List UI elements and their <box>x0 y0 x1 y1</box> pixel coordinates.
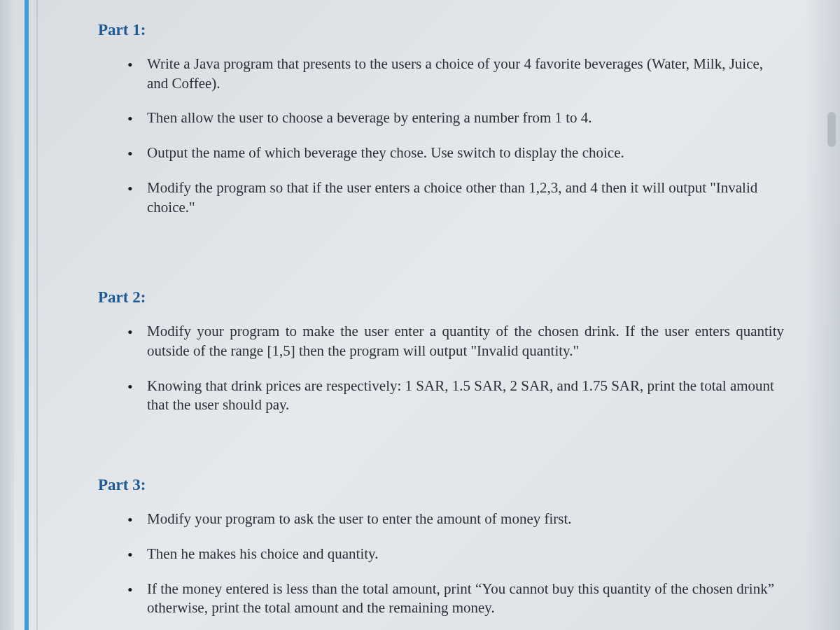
part2-heading: Part 2: <box>98 288 784 307</box>
document-content: Part 1: Write a Java program that presen… <box>98 14 784 616</box>
page-left-edge <box>0 0 14 630</box>
part3-list: Modify your program to ask the user to e… <box>98 510 784 618</box>
inner-border <box>36 0 38 630</box>
list-item: Modify your program to ask the user to e… <box>127 510 784 529</box>
part1-list: Write a Java program that presents to th… <box>98 55 784 217</box>
list-item: Output the name of which beverage they c… <box>127 144 784 163</box>
list-item: Then allow the user to choose a beverage… <box>127 108 784 128</box>
part1-heading: Part 1: <box>98 21 784 39</box>
selection-bar <box>24 0 29 630</box>
list-item: Modify your program to make the user ent… <box>127 322 784 360</box>
list-item: If the money entered is less than the to… <box>127 580 784 618</box>
list-item: Knowing that drink prices are respective… <box>127 377 784 415</box>
part3-heading: Part 3: <box>98 476 784 494</box>
part2-list: Modify your program to make the user ent… <box>98 322 784 415</box>
list-item: Modify the program so that if the user e… <box>127 178 784 217</box>
list-item: Then he makes his choice and quantity. <box>127 545 784 564</box>
scrollbar-thumb[interactable] <box>827 112 836 147</box>
page-right-shadow <box>805 0 840 630</box>
list-item: Write a Java program that presents to th… <box>127 55 784 93</box>
